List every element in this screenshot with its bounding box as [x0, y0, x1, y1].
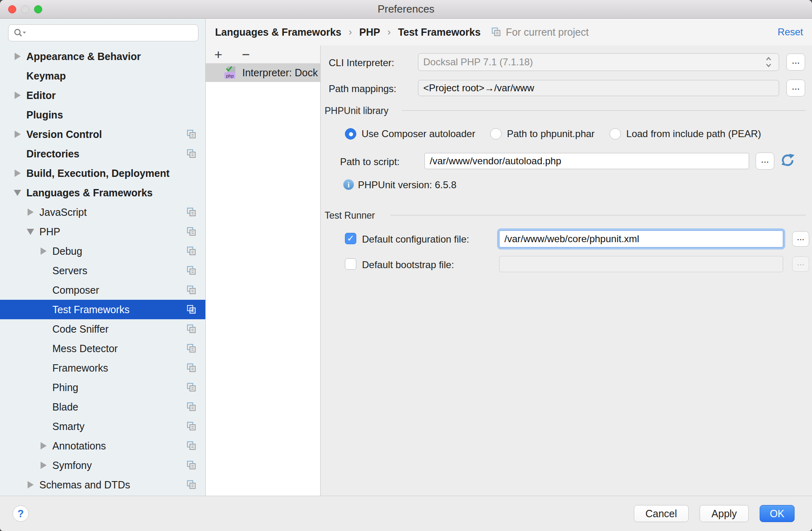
sidebar-item-label: Build, Execution, Deployment [26, 168, 170, 179]
chevron-right-icon[interactable] [25, 207, 36, 217]
cli-interpreter-select[interactable]: Docksal PHP 7.1 (7.1.18) [418, 53, 779, 71]
arrow-spacer [38, 344, 49, 353]
test-runner-section-title: Test Runner [325, 210, 375, 221]
sidebar-item-frameworks[interactable]: Frameworks [0, 358, 205, 378]
radio-load-from-include-path-pear[interactable]: Load from include path (PEAR) [610, 128, 761, 140]
sidebar-item-editor[interactable]: Editor [0, 86, 205, 105]
breadcrumb: Languages & Frameworks › PHP › Test Fram… [215, 26, 480, 38]
sidebar-item-blade[interactable]: Blade [0, 397, 205, 417]
sidebar-item-label: Smarty [52, 421, 84, 432]
chevron-right-icon[interactable] [12, 52, 23, 61]
add-interpreter-button[interactable]: + [211, 47, 225, 61]
search-icon[interactable] [13, 28, 27, 38]
chevron-right-icon[interactable] [38, 441, 49, 451]
sidebar-item-appearance-behavior[interactable]: Appearance & Behavior [0, 47, 205, 66]
chevron-right-icon[interactable] [38, 460, 49, 470]
search-box[interactable] [8, 24, 198, 41]
scope-indicator: For current project [491, 26, 588, 38]
chevron-right-icon[interactable] [38, 246, 49, 256]
breadcrumb-separator-icon: › [387, 26, 392, 38]
sidebar-item-symfony[interactable]: Symfony [0, 456, 205, 475]
dialog-footer: ? Cancel Apply OK [0, 496, 812, 531]
breadcrumb-separator-icon: › [348, 26, 353, 38]
chevron-right-icon[interactable] [12, 168, 23, 178]
interpreter-list-item[interactable]: php Interpreter: Dock [206, 63, 320, 82]
zoom-button[interactable] [34, 5, 42, 13]
remove-interpreter-button[interactable]: − [239, 47, 253, 61]
search-input[interactable] [30, 27, 193, 39]
reload-phpunit-icon[interactable] [779, 152, 796, 169]
sidebar-item-javascript[interactable]: JavaScript [0, 202, 205, 222]
path-to-script-input[interactable] [424, 153, 749, 169]
chevron-down-icon[interactable] [12, 188, 23, 198]
per-project-copy-icon [186, 441, 197, 451]
sidebar-item-build-execution-deployment[interactable]: Build, Execution, Deployment [0, 163, 205, 183]
sidebar-item-phing[interactable]: Phing [0, 378, 205, 397]
breadcrumb-languages-frameworks[interactable]: Languages & Frameworks [215, 26, 341, 38]
chevron-right-icon[interactable] [12, 129, 23, 139]
apply-button[interactable]: Apply [700, 505, 749, 522]
radio-unselected-icon [610, 128, 621, 140]
breadcrumb-test-frameworks[interactable]: Test Frameworks [398, 26, 481, 38]
sidebar-item-label: Annotations [52, 440, 106, 452]
section-divider [402, 110, 806, 111]
sidebar-item-composer[interactable]: Composer [0, 280, 205, 300]
path-to-script-browse-button[interactable]: ... [756, 153, 774, 170]
chevron-down-icon[interactable] [25, 227, 36, 236]
radio-selected-icon [345, 128, 356, 140]
sidebar-item-test-frameworks[interactable]: Test Frameworks [0, 300, 205, 319]
sidebar-item-debug[interactable]: Debug [0, 241, 205, 261]
chevron-right-icon[interactable] [12, 90, 23, 100]
traffic-lights [8, 5, 42, 13]
sidebar-item-label: Phing [52, 382, 78, 393]
close-button[interactable] [8, 5, 16, 13]
default-bootstrap-label: Default bootstrap file: [362, 259, 454, 271]
sidebar-item-label: Debug [52, 245, 82, 257]
cli-interpreter-browse-button[interactable]: ... [786, 54, 805, 71]
minimize-button [21, 5, 29, 13]
ok-button[interactable]: OK [760, 505, 795, 522]
default-configuration-browse-button[interactable]: ... [792, 231, 809, 247]
sidebar-item-keymap[interactable]: Keymap [0, 66, 205, 86]
per-project-copy-icon [186, 402, 197, 412]
sidebar-item-smarty[interactable]: Smarty [0, 417, 205, 436]
reset-link[interactable]: Reset [778, 26, 803, 38]
default-configuration-input[interactable] [499, 230, 783, 247]
path-mappings-browse-button[interactable]: ... [786, 80, 805, 97]
phpunit-library-radio-group: Use Composer autoloaderPath to phpunit.p… [345, 128, 776, 140]
sidebar-tree: Appearance & BehaviorKeymapEditorPlugins… [0, 47, 205, 494]
radio-label: Path to phpunit.phar [507, 128, 594, 140]
sidebar-item-annotations[interactable]: Annotations [0, 436, 205, 456]
sidebar-item-mess-detector[interactable]: Mess Detector [0, 339, 205, 358]
radio-use-composer-autoloader[interactable]: Use Composer autoloader [345, 128, 475, 140]
per-project-copy-icon [186, 479, 197, 490]
arrow-spacer [12, 149, 23, 159]
sidebar-item-servers[interactable]: Servers [0, 261, 205, 280]
chevron-right-icon[interactable] [25, 480, 36, 490]
sidebar-item-plugins[interactable]: Plugins [0, 105, 205, 125]
radio-path-to-phpunit-phar[interactable]: Path to phpunit.phar [490, 128, 594, 140]
breadcrumb-bar: Languages & Frameworks › PHP › Test Fram… [206, 19, 812, 45]
default-bootstrap-checkbox[interactable] [345, 258, 356, 270]
sidebar-item-directories[interactable]: Directories [0, 144, 205, 163]
per-project-copy-icon [186, 129, 197, 140]
stepper-icon[interactable] [763, 55, 774, 69]
breadcrumb-php[interactable]: PHP [359, 26, 380, 38]
radio-unselected-icon [490, 128, 502, 140]
default-configuration-checkbox[interactable]: ✓ [345, 233, 356, 244]
path-mappings-field[interactable]: <Project root>→/var/www [418, 80, 779, 96]
sidebar-item-label: Test Frameworks [52, 304, 129, 316]
default-bootstrap-browse-button: ... [792, 256, 809, 272]
sidebar-item-label: Keymap [26, 70, 66, 82]
sidebar-item-schemas-and-dtds[interactable]: Schemas and DTDs [0, 475, 205, 494]
sidebar-item-languages-frameworks[interactable]: Languages & Frameworks [0, 183, 205, 202]
sidebar-item-label: Appearance & Behavior [26, 51, 141, 62]
sidebar-item-code-sniffer[interactable]: Code Sniffer [0, 319, 205, 339]
phpunit-version-text: PHPUnit version: 6.5.8 [358, 179, 457, 191]
cancel-button[interactable]: Cancel [634, 505, 689, 522]
title-bar: Preferences [0, 0, 812, 19]
help-button[interactable]: ? [13, 505, 29, 522]
sidebar-item-version-control[interactable]: Version Control [0, 125, 205, 144]
sidebar-item-php[interactable]: PHP [0, 222, 205, 241]
arrow-spacer [12, 110, 23, 120]
